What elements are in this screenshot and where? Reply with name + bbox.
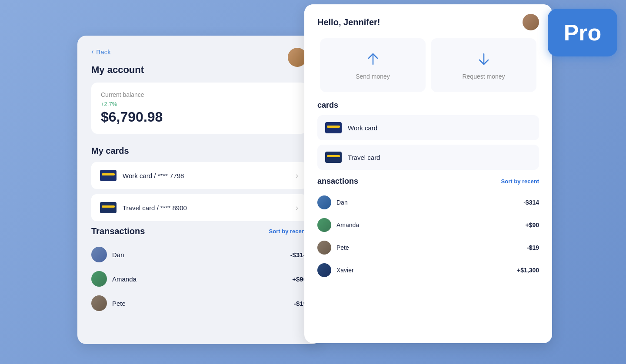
right-tx-name-xavier: Xavier — [336, 267, 354, 274]
transaction-item-pete: Pete -$19 — [91, 291, 307, 315]
right-tx-avatar-dan — [317, 195, 331, 209]
right-tx-avatar-pete — [317, 241, 331, 255]
card-icon-work — [100, 170, 117, 181]
arrow-down-icon — [475, 50, 493, 68]
chevron-right-icon: › — [296, 171, 298, 180]
right-cards-section: cards Work card Travel card ansactions S… — [304, 101, 552, 281]
my-account-title: My account — [91, 64, 307, 76]
request-money-label: Request money — [462, 73, 505, 80]
left-panel: ‹ Back My account Current balance +2.7% … — [77, 36, 321, 344]
tx-avatar-pete — [91, 295, 107, 311]
card-label-work: Work card / **** 7798 — [123, 172, 184, 179]
right-tx-name-dan: Dan — [336, 199, 348, 206]
tx-name-dan: Dan — [112, 251, 124, 258]
right-tx-amount-pete: -$19 — [527, 244, 539, 251]
greeting: Hello, Jennifer! — [317, 17, 380, 27]
card-icon-travel — [100, 202, 117, 213]
tx-avatar-dan — [91, 247, 107, 262]
right-card-icon-work — [325, 122, 342, 133]
transaction-item-dan: Dan -$314 — [91, 242, 307, 267]
right-card-label-travel: Travel card — [348, 154, 380, 161]
right-card-icon-travel — [325, 152, 342, 163]
back-label: Back — [96, 48, 110, 56]
right-card-work[interactable]: Work card — [317, 115, 539, 140]
send-money-label: Send money — [356, 73, 390, 80]
arrow-up-icon — [364, 50, 382, 68]
actions-row: Send money Request money — [304, 38, 552, 92]
transactions-title: Transactions — [91, 226, 145, 236]
right-transactions-header: ansactions Sort by recent — [317, 177, 539, 186]
right-tx-avatar-xavier — [317, 263, 331, 277]
right-panel: Hello, Jennifer! Send money Request mone… — [304, 4, 552, 343]
tx-name-amanda: Amanda — [112, 275, 137, 283]
right-transactions-title: ansactions — [317, 177, 358, 186]
card-item-travel[interactable]: Travel card / **** 8900 › — [91, 194, 307, 221]
chevron-right-icon-2: › — [296, 203, 298, 212]
right-card-travel[interactable]: Travel card — [317, 145, 539, 170]
right-cards-title: cards — [317, 101, 539, 110]
balance-card: Current balance +2.7% $6,790.98 — [91, 83, 307, 134]
right-card-label-work: Work card — [348, 124, 377, 132]
pro-label: Pro — [564, 20, 602, 46]
right-tx-pete: Pete -$19 — [317, 236, 539, 259]
right-header: Hello, Jennifer! — [304, 4, 552, 38]
balance-label: Current balance — [101, 91, 297, 98]
right-tx-amount-amanda: +$90 — [525, 222, 539, 228]
transactions-header: Transactions Sort by recent — [91, 226, 307, 236]
pro-badge[interactable]: Pro — [548, 9, 617, 56]
tx-name-pete: Pete — [112, 300, 126, 307]
right-tx-amount-xavier: +$1,300 — [517, 267, 539, 274]
right-sort-button[interactable]: Sort by recent — [501, 178, 539, 185]
chevron-left-icon: ‹ — [91, 48, 93, 56]
my-cards-title: My cards — [91, 146, 307, 156]
card-item-work[interactable]: Work card / **** 7798 › — [91, 162, 307, 189]
card-label-travel: Travel card / **** 8900 — [123, 204, 187, 212]
right-tx-name-amanda: Amanda — [336, 222, 359, 228]
sort-recent-button[interactable]: Sort by recent — [269, 228, 307, 235]
send-money-button[interactable]: Send money — [320, 38, 426, 92]
right-tx-name-pete: Pete — [336, 244, 349, 251]
balance-amount: $6,790.98 — [101, 109, 297, 125]
right-tx-xavier: Xavier +$1,300 — [317, 259, 539, 281]
right-tx-amanda: Amanda +$90 — [317, 214, 539, 236]
right-tx-avatar-amanda — [317, 218, 331, 232]
transaction-item-amanda: Amanda +$90 — [91, 267, 307, 291]
tx-avatar-amanda — [91, 271, 107, 287]
back-button[interactable]: ‹ Back — [91, 48, 307, 56]
right-tx-amount-dan: -$314 — [523, 199, 539, 206]
header-avatar[interactable] — [523, 14, 539, 30]
request-money-button[interactable]: Request money — [431, 38, 536, 92]
balance-pct: +2.7% — [101, 101, 297, 107]
right-tx-dan: Dan -$314 — [317, 191, 539, 214]
